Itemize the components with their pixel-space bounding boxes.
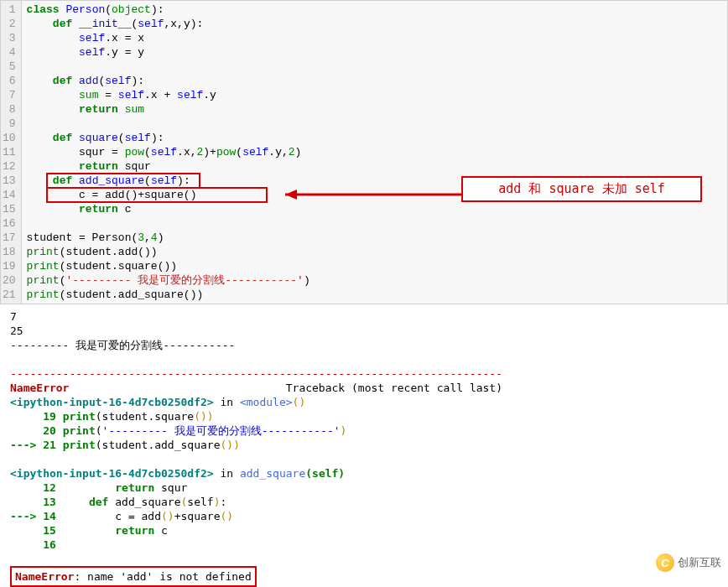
code-line: self.x = x bbox=[27, 31, 722, 45]
traceback-line: 13 def add_square(self): bbox=[10, 495, 723, 509]
code-line: sum = self.x + self.y bbox=[27, 88, 722, 102]
code-cell: 123456789101112131415161718192021 class … bbox=[0, 0, 728, 304]
code-line: return sum bbox=[27, 102, 722, 117]
error-final: NameError: name 'add' is not defined bbox=[10, 566, 723, 587]
line-number: 14 bbox=[3, 188, 16, 202]
annotation-callout: add 和 square 未加 self bbox=[461, 176, 702, 202]
traceback-divider: ----------------------------------------… bbox=[10, 366, 723, 381]
code-line: print(student.square()) bbox=[27, 259, 722, 273]
code-line bbox=[27, 216, 722, 231]
code-line: print(student.add()) bbox=[27, 245, 722, 259]
arrow-icon bbox=[277, 186, 465, 203]
line-number: 1 bbox=[3, 3, 16, 17]
watermark-logo: C 创新互联 bbox=[656, 553, 721, 572]
stdout-line: 7 bbox=[10, 309, 723, 324]
traceback-line: 16 bbox=[10, 538, 723, 552]
code-line: return c bbox=[27, 202, 722, 216]
traceback-line: ---> 21 print(student.add_square()) bbox=[10, 438, 723, 452]
traceback-line: 15 return c bbox=[10, 523, 723, 538]
line-number: 13 bbox=[3, 174, 16, 188]
annotation-text: add 和 square 未加 self bbox=[498, 181, 665, 196]
traceback-frame-file: <ipython-input-16-4d7cb0250df2> in <modu… bbox=[10, 395, 723, 409]
code-line: print('--------- 我是可爱的分割线-----------') bbox=[27, 273, 722, 288]
line-number: 10 bbox=[3, 131, 16, 145]
stdout-line: --------- 我是可爱的分割线----------- bbox=[10, 338, 723, 352]
line-number: 9 bbox=[3, 117, 16, 131]
code-content[interactable]: class Person(object): def __init__(self,… bbox=[22, 1, 727, 304]
code-line: return squr bbox=[27, 159, 722, 174]
logo-badge: C bbox=[656, 553, 674, 572]
output-area: 725--------- 我是可爱的分割线----------- -------… bbox=[0, 304, 728, 587]
logo-letter: C bbox=[661, 557, 668, 569]
traceback-line: 20 print('--------- 我是可爱的分割线-----------'… bbox=[10, 423, 723, 438]
line-number: 11 bbox=[3, 145, 16, 159]
line-number: 18 bbox=[3, 245, 16, 259]
code-line: def add(self): bbox=[27, 74, 722, 88]
blank bbox=[10, 352, 723, 366]
line-number: 3 bbox=[3, 31, 16, 45]
code-line: squr = pow(self.x,2)+pow(self.y,2) bbox=[27, 145, 722, 159]
line-number: 12 bbox=[3, 159, 16, 174]
traceback-header: NameError Traceback (most recent call la… bbox=[10, 381, 723, 395]
line-number: 20 bbox=[3, 273, 16, 288]
line-number: 21 bbox=[3, 288, 16, 302]
code-line: student = Person(3,4) bbox=[27, 231, 722, 245]
line-number: 6 bbox=[3, 74, 16, 88]
code-line bbox=[27, 117, 722, 131]
traceback-line: ---> 14 c = add()+square() bbox=[10, 509, 723, 523]
code-line: def __init__(self,x,y): bbox=[27, 17, 722, 31]
code-line: class Person(object): bbox=[27, 3, 722, 17]
code-line: self.y = y bbox=[27, 45, 722, 60]
line-number: 7 bbox=[3, 88, 16, 102]
line-number: 5 bbox=[3, 60, 16, 74]
line-number: 17 bbox=[3, 231, 16, 245]
stdout-line: 25 bbox=[10, 324, 723, 338]
traceback-line: 12 return squr bbox=[10, 481, 723, 495]
logo-text: 创新互联 bbox=[678, 555, 721, 570]
line-number: 4 bbox=[3, 45, 16, 60]
code-line bbox=[27, 60, 722, 74]
line-number-gutter: 123456789101112131415161718192021 bbox=[1, 1, 22, 304]
code-line: def square(self): bbox=[27, 131, 722, 145]
code-line: print(student.add_square()) bbox=[27, 288, 722, 302]
traceback-line: 19 print(student.square()) bbox=[10, 409, 723, 423]
line-number: 2 bbox=[3, 17, 16, 31]
line-number: 16 bbox=[3, 216, 16, 231]
blank bbox=[10, 552, 723, 566]
line-number: 8 bbox=[3, 102, 16, 117]
blank bbox=[10, 452, 723, 466]
traceback-frame-func: <ipython-input-16-4d7cb0250df2> in add_s… bbox=[10, 466, 723, 481]
line-number: 19 bbox=[3, 259, 16, 273]
line-number: 15 bbox=[3, 202, 16, 216]
svg-marker-1 bbox=[285, 190, 297, 200]
